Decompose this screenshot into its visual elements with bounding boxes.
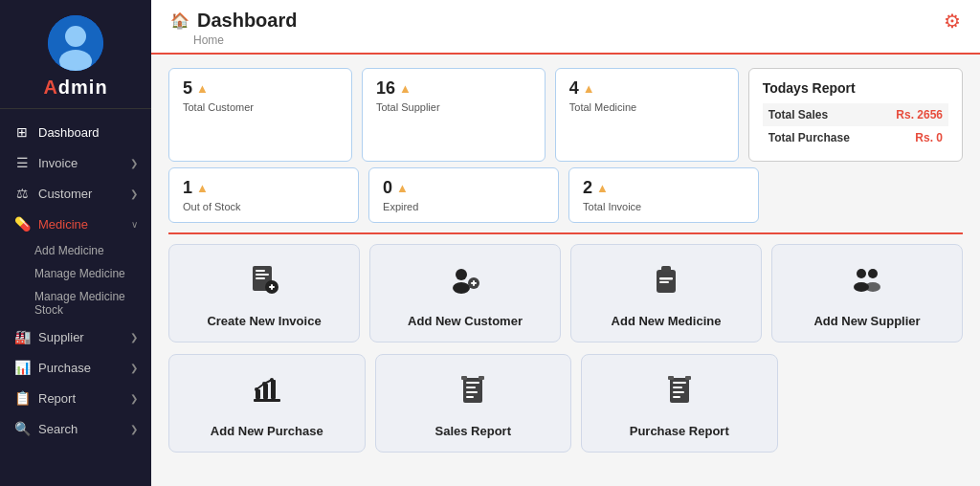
invoice-icon: ☰ bbox=[13, 155, 31, 170]
sidebar-subitem-add-medicine[interactable]: Add Medicine bbox=[0, 239, 151, 262]
add-supplier-label: Add New Supplier bbox=[813, 314, 920, 328]
svg-rect-43 bbox=[685, 376, 691, 380]
page-title: Dashboard bbox=[197, 10, 297, 32]
sidebar-item-medicine[interactable]: 💊 Medicine ∨ bbox=[0, 209, 151, 239]
report-row-sales: Total Sales Rs. 2656 bbox=[763, 103, 948, 126]
report-value-sales: Rs. 2656 bbox=[896, 108, 943, 122]
purchase-icon: 📊 bbox=[13, 360, 31, 375]
sidebar-item-label: Search bbox=[38, 422, 78, 436]
action-cards-row2: Add New Purchase Sales Report bbox=[151, 348, 980, 462]
stats-section: 5 ▲ Total Customer 16 ▲ Total Supplier 4… bbox=[151, 55, 980, 167]
add-purchase-card[interactable]: Add New Purchase bbox=[168, 354, 366, 453]
svg-point-19 bbox=[857, 269, 866, 278]
home-icon: 🏠 bbox=[170, 11, 189, 30]
customer-card-icon bbox=[448, 262, 482, 304]
sales-report-card[interactable]: Sales Report bbox=[375, 354, 572, 453]
medicine-card-icon bbox=[649, 262, 683, 304]
chevron-right-icon: ❯ bbox=[130, 393, 138, 404]
svg-point-1 bbox=[65, 26, 86, 47]
sidebar-item-report[interactable]: 📋 Report ❯ bbox=[0, 383, 151, 413]
add-customer-card[interactable]: Add New Customer bbox=[369, 244, 561, 342]
sidebar-item-label: Report bbox=[38, 391, 76, 406]
svg-rect-4 bbox=[256, 270, 265, 272]
add-medicine-label: Add New Medicine bbox=[612, 314, 722, 328]
sidebar-item-label: Supplier bbox=[38, 330, 84, 344]
breadcrumb: Home bbox=[193, 33, 297, 47]
invoice-card-icon bbox=[247, 262, 281, 304]
spacer-action bbox=[788, 354, 964, 453]
sidebar-item-label: Dashboard bbox=[38, 125, 100, 140]
report-row-purchase: Total Purchase Rs. 0 bbox=[763, 126, 948, 149]
add-supplier-card[interactable]: Add New Supplier bbox=[771, 244, 963, 342]
svg-rect-38 bbox=[673, 382, 686, 384]
report-value-purchase: Rs. 0 bbox=[915, 131, 943, 144]
add-purchase-label: Add New Purchase bbox=[211, 424, 323, 438]
sidebar-profile: Admin bbox=[0, 0, 151, 109]
sidebar-subitem-manage-medicine-stock[interactable]: Manage Medicine Stock bbox=[0, 285, 151, 321]
report-label-sales: Total Sales bbox=[768, 108, 828, 122]
svg-point-10 bbox=[456, 269, 467, 280]
sidebar-item-customer[interactable]: ⚖ Customer ❯ bbox=[0, 178, 151, 209]
sidebar: Admin ⊞ Dashboard ☰ Invoice ❯ ⚖ Customer… bbox=[0, 0, 151, 486]
header-title-row: 🏠 Dashboard bbox=[170, 10, 297, 32]
svg-rect-23 bbox=[254, 399, 280, 402]
svg-point-29 bbox=[270, 378, 274, 382]
add-medicine-card[interactable]: Add New Medicine bbox=[570, 244, 762, 342]
create-invoice-label: Create New Invoice bbox=[207, 314, 321, 328]
sidebar-item-invoice[interactable]: ☰ Invoice ❯ bbox=[0, 147, 151, 178]
stat-number: 16 bbox=[376, 78, 395, 99]
svg-rect-31 bbox=[466, 382, 479, 384]
svg-rect-6 bbox=[256, 277, 265, 279]
sales-report-icon bbox=[456, 372, 490, 414]
create-invoice-card[interactable]: Create New Invoice bbox=[168, 244, 360, 342]
sidebar-item-label: Customer bbox=[38, 187, 92, 201]
stat-number: 5 bbox=[183, 78, 192, 99]
sidebar-item-label: Invoice bbox=[38, 156, 78, 170]
svg-rect-18 bbox=[659, 281, 669, 283]
svg-rect-33 bbox=[466, 391, 478, 393]
stat-number: 1 bbox=[183, 178, 192, 198]
trend-up-icon: ▲ bbox=[399, 81, 412, 96]
medicine-icon: 💊 bbox=[13, 216, 31, 232]
supplier-card-icon bbox=[850, 262, 884, 304]
stat-number: 2 bbox=[583, 178, 592, 198]
svg-rect-32 bbox=[466, 387, 476, 388]
svg-rect-35 bbox=[461, 376, 467, 380]
svg-rect-30 bbox=[463, 378, 482, 403]
stat-number: 0 bbox=[383, 178, 392, 198]
search-icon: 🔍 bbox=[13, 421, 31, 436]
dashboard-icon: ⊞ bbox=[13, 124, 31, 140]
chevron-right-icon: ❯ bbox=[130, 363, 138, 373]
stat-label: Expired bbox=[383, 201, 545, 212]
sidebar-item-purchase[interactable]: 📊 Purchase ❯ bbox=[0, 352, 151, 383]
sidebar-item-supplier[interactable]: 🏭 Supplier ❯ bbox=[0, 321, 151, 352]
todays-report-title: Todays Report bbox=[763, 80, 948, 96]
svg-rect-39 bbox=[673, 387, 682, 388]
stat-number: 4 bbox=[569, 78, 579, 99]
purchase-report-label: Purchase Report bbox=[630, 424, 729, 438]
admin-label: Admin bbox=[43, 77, 107, 99]
stat-card-customers: 5 ▲ Total Customer bbox=[168, 68, 352, 162]
svg-rect-40 bbox=[673, 391, 684, 393]
main-content: 🏠 Dashboard Home ⚙ 5 ▲ Total Customer 16… bbox=[151, 0, 980, 486]
page-header: 🏠 Dashboard Home ⚙ bbox=[151, 0, 980, 55]
svg-point-27 bbox=[255, 387, 258, 391]
sidebar-item-label: Purchase bbox=[38, 361, 91, 375]
purchase-report-card[interactable]: Purchase Report bbox=[581, 354, 778, 453]
trend-up-icon: ▲ bbox=[196, 181, 209, 195]
svg-point-28 bbox=[262, 382, 266, 386]
sidebar-subitem-manage-medicine[interactable]: Manage Medicine bbox=[0, 262, 151, 285]
sidebar-item-dashboard[interactable]: ⊞ Dashboard bbox=[0, 117, 151, 147]
add-customer-label: Add New Customer bbox=[408, 314, 523, 328]
purchase-report-icon bbox=[662, 372, 697, 414]
report-icon: 📋 bbox=[13, 390, 31, 406]
stat-label: Total Medicine bbox=[569, 101, 724, 113]
sidebar-item-search[interactable]: 🔍 Search ❯ bbox=[0, 413, 151, 444]
svg-point-20 bbox=[868, 269, 878, 278]
svg-rect-9 bbox=[271, 284, 273, 290]
trend-up-icon: ▲ bbox=[583, 81, 595, 96]
settings-icon[interactable]: ⚙ bbox=[944, 10, 961, 33]
chevron-right-icon: ❯ bbox=[130, 188, 138, 199]
svg-rect-17 bbox=[659, 277, 673, 280]
trend-up-icon: ▲ bbox=[196, 81, 209, 96]
